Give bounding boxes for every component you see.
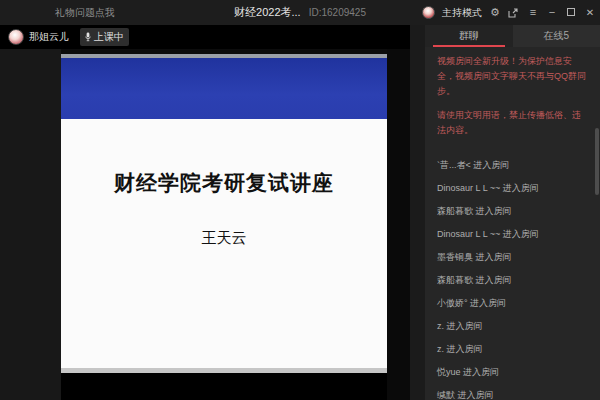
close-button[interactable]: ✕: [584, 8, 596, 18]
chat-message: z. 进入房间: [437, 315, 588, 338]
host-info-overlay: 那姐云儿 上课中: [8, 28, 129, 46]
video-bottom-letterbox: [61, 373, 387, 400]
slide-speaker: 王天云: [202, 229, 247, 248]
video-top-letterbox: 那姐云儿 上课中: [0, 25, 410, 49]
shared-slide: 财经学院考研复试讲座 王天云: [61, 54, 387, 373]
menu-icon[interactable]: ≡: [527, 7, 539, 18]
slide-body: 财经学院考研复试讲座 王天云: [61, 119, 387, 248]
host-mode-toggle[interactable]: 主持模式: [442, 6, 482, 20]
window-titlebar: 礼物问题点我 财经2022考... ID:16209425 主持模式 ⚙ ≡ −…: [0, 0, 600, 25]
chat-message: 缄默 进入房间: [437, 384, 588, 400]
video-stage: 那姐云儿 上课中 财经学院考研复试讲座 王天云: [0, 25, 410, 400]
class-status-text: 上课中: [94, 30, 124, 44]
announcement-text: 视频房间全新升级！为保护信息安全，视频房间文字聊天不再与QQ群同步。: [437, 54, 588, 99]
chat-message: 森船暮歌 进入房间: [437, 269, 588, 292]
room-id: ID:16209425: [309, 7, 366, 18]
announcement-text: 请使用文明用语，禁止传播低俗、违法内容。: [437, 108, 588, 138]
share-icon[interactable]: [508, 8, 520, 18]
chat-sidebar: 群聊 在线5 视频房间全新升级！为保护信息安全，视频房间文字聊天不再与QQ群同步…: [425, 25, 600, 400]
system-announcements: 视频房间全新升级！为保护信息安全，视频房间文字聊天不再与QQ群同步。 请使用文明…: [425, 47, 600, 138]
host-avatar[interactable]: [8, 29, 24, 45]
microphone-icon: [85, 32, 91, 42]
class-status-badge: 上课中: [80, 28, 129, 46]
chat-message: 森船暮歌 进入房间: [437, 200, 588, 223]
chat-message: Dinosaur L L ~~ 进入房间: [437, 223, 588, 246]
settings-icon[interactable]: ⚙: [489, 7, 501, 18]
chat-message: z. 进入房间: [437, 338, 588, 361]
minimize-button[interactable]: −: [546, 7, 558, 18]
slide-blue-band: [61, 58, 387, 119]
app-window: 礼物问题点我 财经2022考... ID:16209425 主持模式 ⚙ ≡ −…: [0, 0, 600, 400]
stage-right-margin: [387, 49, 410, 400]
tab-group-chat[interactable]: 群聊: [425, 25, 513, 47]
chat-message: 悦yue 进入房间: [437, 361, 588, 384]
chat-message-list: `昔...者< 进入房间 Dinosaur L L ~~ 进入房间 森船暮歌 进…: [425, 147, 600, 400]
chat-message: Dinosaur L L ~~ 进入房间: [437, 177, 588, 200]
user-avatar[interactable]: [422, 6, 435, 19]
host-name: 那姐云儿: [29, 30, 69, 44]
titlebar-controls: 主持模式 ⚙ ≡ − ✕: [422, 0, 596, 25]
stage-left-margin: [0, 49, 61, 400]
slide-title: 财经学院考研复试讲座: [114, 169, 334, 197]
sidebar-tabbar: 群聊 在线5: [425, 25, 600, 47]
chat-scrollbar-thumb[interactable]: [595, 128, 599, 195]
tab-online-members[interactable]: 在线5: [513, 25, 600, 47]
chat-message: 墨香铜臭 进入房间: [437, 246, 588, 269]
chat-message: `昔...者< 进入房间: [437, 154, 588, 177]
chat-message: 小傲娇° 进入房间: [437, 292, 588, 315]
window-title: 财经2022考...: [234, 5, 301, 20]
stage-sidebar-divider: [410, 25, 425, 400]
maximize-button[interactable]: [565, 7, 577, 18]
